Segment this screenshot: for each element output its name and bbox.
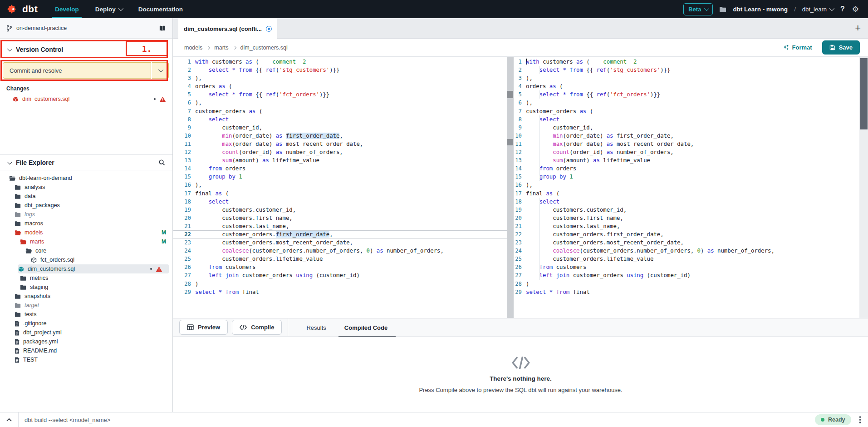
folder-open-icon (9, 175, 15, 181)
line-number: 7 (514, 107, 526, 115)
panel-tab-results[interactable]: Results (306, 318, 326, 337)
file-tree-item-staging[interactable]: staging (0, 283, 172, 292)
format-button[interactable]: Format (783, 44, 812, 51)
file-tree-item-readme-md[interactable]: README.md (0, 346, 172, 355)
branch-row[interactable]: on-demand-practice (0, 18, 172, 39)
folder-open-icon (15, 230, 21, 235)
dbt-logo[interactable]: dbt (0, 3, 47, 15)
code-line: 23 customer_orders.most_recent_order_dat… (514, 238, 868, 247)
line-number: 21 (173, 222, 195, 230)
changed-file-row[interactable]: dim_customers.sql (0, 94, 172, 104)
line-content: customer_orders.lifetime_value (195, 255, 323, 263)
environment-selector[interactable]: dbt_learn (802, 6, 833, 13)
new-tab-icon[interactable]: + (855, 23, 861, 33)
file-tree-item-core[interactable]: core (0, 246, 172, 255)
indent-guide (209, 148, 209, 156)
preview-label: Preview (198, 324, 220, 331)
sidebar: on-demand-practice Version Control Commi… (0, 18, 173, 412)
commit-dropdown-button[interactable] (152, 62, 169, 79)
line-content: final as ( (195, 189, 229, 198)
panel-tab-compiled-code[interactable]: Compiled Code (344, 318, 387, 337)
file-tree-item-metrics[interactable]: metrics (0, 273, 172, 283)
file-tree-item-macros[interactable]: macros (0, 219, 172, 228)
file-icon (15, 348, 20, 354)
gear-icon[interactable]: ⚙ (852, 5, 859, 14)
preview-button[interactable]: Preview (179, 320, 228, 335)
kebab-menu-icon[interactable] (859, 416, 861, 423)
file-tree-item-dbt-project-yml[interactable]: dbt_project.yml (0, 328, 172, 337)
scrollbar-marker (507, 91, 513, 98)
line-number: 2 (173, 66, 195, 74)
code-line: 1with customers as ( -- comment 2 (173, 58, 507, 66)
nav-item-develop[interactable]: Develop (47, 0, 87, 18)
code-line: 19 customers.customer_id, (514, 206, 868, 214)
code-line: 10 min(order_date) as first_order_date, (173, 132, 507, 140)
indent-guide (209, 90, 209, 99)
line-number: 16 (514, 181, 526, 189)
chevron-right-icon (232, 45, 236, 49)
file-explorer-header[interactable]: File Explorer (0, 154, 172, 170)
file-tree-item-fct-orders-sql[interactable]: fct_orders.sql (0, 255, 172, 264)
file-tree-item-marts[interactable]: martsM (0, 237, 172, 246)
editor-actions: Format Save (783, 40, 860, 55)
commit-and-resolve-button[interactable]: Commit and resolve (3, 62, 151, 79)
file-tree-item-dim-customers-sql[interactable]: dim_customers.sql (18, 264, 169, 273)
docs-book-icon[interactable] (158, 25, 166, 31)
line-number: 18 (173, 198, 195, 206)
nav-right: Beta dbt Learn - mwong / dbt_learn ? ⚙ (683, 3, 868, 15)
nav-item-deploy[interactable]: Deploy (87, 0, 130, 18)
save-button[interactable]: Save (822, 40, 860, 55)
code-line: 22 customer_orders.first_order_date, (514, 230, 868, 238)
code-line: 12 count(order_id) as number_of_orders, (173, 148, 507, 156)
file-tree-item-packages-yml[interactable]: packages.yml (0, 337, 172, 346)
line-content: customers.last_name, (195, 222, 289, 230)
environment-name: dbt_learn (802, 6, 827, 13)
command-input[interactable]: dbt build --select <model_name> (25, 417, 815, 423)
file-tree-item-dbt-learn-on-demand[interactable]: dbt-learn-on-demand (0, 174, 172, 183)
code-line: 3), (173, 74, 507, 82)
file-tree-item-logs[interactable]: logs (0, 210, 172, 219)
breadcrumb-item[interactable]: models (184, 45, 202, 51)
file-tree-item--gitignore[interactable]: .gitignore (0, 319, 172, 328)
indent-guide (209, 271, 209, 279)
file-tree-item-analysis[interactable]: analysis (0, 183, 172, 192)
line-number: 20 (173, 214, 195, 222)
file-tree-item-snapshots[interactable]: snapshots (0, 292, 172, 301)
code-line: 16), (514, 181, 868, 189)
line-number: 14 (173, 164, 195, 173)
code-pane-right[interactable]: 1with customers as ( -- comment 22 selec… (514, 57, 868, 318)
file-tree-item-models[interactable]: modelsM (0, 228, 172, 237)
panel-tabs: ResultsCompiled Code (288, 318, 387, 336)
chevron-down-icon (829, 6, 834, 11)
indent-guide (539, 124, 540, 132)
nav-item-label: Develop (55, 6, 79, 13)
breadcrumb-item[interactable]: marts (214, 45, 228, 51)
line-number: 19 (173, 206, 195, 214)
file-tree-item-data[interactable]: data (0, 192, 172, 201)
search-icon[interactable] (158, 159, 165, 166)
file-tree-item-target[interactable]: target (0, 301, 172, 310)
file-tree-item-dbt-packages[interactable]: dbt_packages (0, 201, 172, 210)
help-icon[interactable]: ? (839, 5, 846, 13)
left-pane-scrollbar[interactable] (507, 57, 514, 318)
breadcrumb-item[interactable]: dim_customers.sql (240, 45, 288, 51)
file-tree-label: snapshots (25, 293, 50, 299)
project-name[interactable]: dbt Learn - mwong (733, 6, 788, 13)
tab-dim-customers[interactable]: dim_customers.sql (confli... (178, 18, 277, 39)
line-content: max(order_date) as most_recent_order_dat… (195, 140, 363, 148)
right-pane-scroll-track[interactable] (859, 57, 868, 318)
nav-item-documentation[interactable]: Documentation (130, 0, 191, 18)
line-content: select * from {{ ref('fct_orders')}} (195, 90, 329, 99)
compile-button[interactable]: Compile (232, 320, 282, 335)
folder-icon (15, 184, 21, 190)
beta-badge[interactable]: Beta (683, 3, 713, 15)
line-number: 15 (514, 173, 526, 181)
chevron-up-icon[interactable] (0, 418, 18, 422)
line-content: from orders (526, 164, 576, 173)
line-number: 28 (173, 280, 195, 288)
right-pane-scroll-thumb[interactable] (860, 58, 868, 129)
code-pane-left[interactable]: 1with customers as ( -- comment 22 selec… (173, 57, 507, 318)
file-tree-item-test[interactable]: TEST (0, 355, 172, 364)
line-number: 15 (173, 173, 195, 181)
file-tree-item-tests[interactable]: tests (0, 310, 172, 319)
